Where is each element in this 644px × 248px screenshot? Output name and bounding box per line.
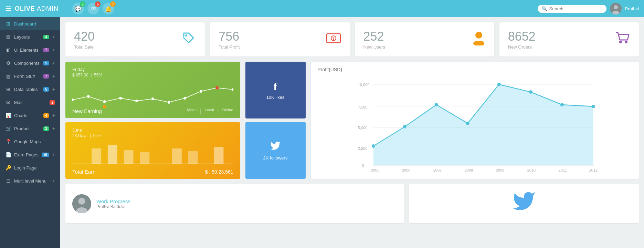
- avatar[interactable]: [610, 3, 622, 14]
- sidebar-item-label: Data Tables: [14, 87, 41, 92]
- svg-point-10: [625, 41, 627, 43]
- twitter-widget-card: [409, 184, 639, 223]
- svg-point-19: [200, 90, 202, 93]
- sidebar-item-label: Product: [14, 126, 41, 131]
- sidebar-item-label: Extra Pages: [14, 152, 39, 157]
- plus-icon[interactable]: +: [52, 178, 55, 184]
- new-users-value: 252: [363, 29, 386, 44]
- total-earn-title: Total Earn: [72, 169, 96, 175]
- twitter-card[interactable]: 2K followers: [245, 122, 306, 179]
- svg-point-12: [87, 95, 89, 98]
- local-link[interactable]: Local: [205, 108, 214, 114]
- svg-text:2008: 2008: [464, 168, 473, 172]
- mail-icon: ✉: [91, 6, 96, 12]
- topnav-left: ☰ OLIVE ADMIN 💬 6 ✉ 5 🔔 7: [5, 3, 114, 14]
- svg-text:2010: 2010: [527, 168, 535, 172]
- svg-text:$: $: [332, 37, 335, 40]
- svg-point-3: [185, 34, 187, 37]
- ui-elements-icon: ◧: [5, 47, 11, 53]
- mail-sidebar-icon: ✉: [5, 100, 11, 105]
- svg-point-45: [466, 122, 469, 125]
- sidebar-item-form-stuff[interactable]: ▤ Form Stuff 7 +: [0, 70, 60, 83]
- stat-card-total-sale: 420 Total Sale: [65, 22, 205, 56]
- new-orders-label: New Orders: [508, 44, 536, 50]
- sidebar-item-dashboard[interactable]: ⊞ Dashboard: [0, 17, 60, 30]
- svg-point-42: [371, 144, 375, 148]
- facebook-card[interactable]: f 10K likes: [245, 62, 306, 118]
- new-earning-card: Friday $ 657.00 | 55%: [65, 62, 240, 118]
- sidebar-item-google-maps[interactable]: 📍 Google Maps: [0, 135, 60, 148]
- bell-icon-btn[interactable]: 🔔 7: [103, 3, 114, 14]
- sidebar-item-product[interactable]: 🛒 Product 2 +: [0, 122, 60, 135]
- plus-icon[interactable]: +: [52, 60, 55, 66]
- plus-icon[interactable]: +: [52, 113, 55, 118]
- svg-point-20: [215, 86, 219, 90]
- svg-text:2012: 2012: [589, 168, 597, 172]
- hamburger-icon[interactable]: ☰: [5, 4, 11, 13]
- new-users-label: New Users: [363, 44, 386, 50]
- profit-chart-card: Profit(USD) 10,000 7,500 5,000 2,500 0: [311, 62, 639, 179]
- multilevel-icon: ☰: [5, 178, 11, 184]
- bell-icon: 🔔: [105, 6, 112, 12]
- svg-text:2006: 2006: [402, 168, 410, 172]
- sidebar-item-login-page[interactable]: 🔑 Login Page: [0, 161, 60, 174]
- sidebar-item-extra-pages[interactable]: 📄 Extra Pages 10 +: [0, 148, 60, 161]
- sidebar-item-label: Mail: [14, 100, 47, 105]
- mail-sidebar-badge: 2: [50, 100, 55, 105]
- svg-point-13: [103, 100, 106, 103]
- plus-icon[interactable]: +: [52, 126, 55, 131]
- cart-icon: [614, 31, 630, 48]
- product-badge: 2: [43, 126, 49, 131]
- plus-icon[interactable]: +: [52, 34, 55, 40]
- plus-icon[interactable]: +: [52, 152, 55, 157]
- search-input[interactable]: [549, 6, 602, 11]
- sidebar-item-charts[interactable]: 📊 Charts 4 +: [0, 109, 60, 122]
- sidebar-item-data-tables[interactable]: ⊞ Data Tables 5 +: [0, 83, 60, 96]
- svg-point-49: [591, 105, 595, 108]
- new-earning-title: New Earning: [72, 108, 102, 114]
- sidebar-item-mail[interactable]: ✉ Mail 2: [0, 96, 60, 109]
- middle-row: Friday $ 657.00 | 55%: [65, 62, 639, 179]
- svg-rect-24: [108, 145, 117, 164]
- svg-rect-23: [92, 148, 101, 164]
- menu-link[interactable]: Menu: [187, 108, 197, 114]
- svg-rect-26: [140, 152, 149, 164]
- sidebar-item-layouts[interactable]: ▤ Layouts 4 +: [0, 30, 60, 43]
- plus-icon[interactable]: +: [52, 86, 55, 92]
- svg-point-16: [151, 97, 154, 100]
- maps-icon: 📍: [5, 139, 11, 144]
- topnav-right: 🔍 Pruthvi: [538, 3, 639, 14]
- profit-chart-title: Profit(USD): [318, 67, 632, 72]
- search-box: 🔍: [538, 5, 606, 13]
- charts-badge: 4: [43, 113, 49, 118]
- layouts-badge: 4: [43, 35, 49, 39]
- stat-card-new-orders: 8652 New Orders: [499, 22, 639, 56]
- messages-icon-btn[interactable]: 💬 6: [72, 3, 84, 14]
- topnav: ☰ OLIVE ADMIN 💬 6 ✉ 5 🔔 7 🔍: [0, 0, 644, 17]
- sidebar-item-multi-level[interactable]: ☰ Multi level Menu +: [0, 174, 60, 187]
- svg-text:2011: 2011: [558, 168, 567, 172]
- login-icon: 🔑: [5, 165, 11, 170]
- plus-icon[interactable]: +: [52, 47, 55, 53]
- total-profit-label: Total Profit: [219, 44, 240, 50]
- main-content: 420 Total Sale 756 Total Profit: [60, 17, 644, 248]
- total-sale-label: Total Sale: [74, 44, 95, 50]
- svg-point-47: [529, 90, 532, 94]
- tag-icon: [181, 30, 196, 49]
- svg-point-18: [184, 97, 186, 100]
- new-earning-day: Friday: [72, 67, 233, 72]
- sidebar: ⊞ Dashboard ▤ Layouts 4 + ◧ UI Elements …: [0, 17, 60, 248]
- mail-icon-btn[interactable]: ✉ 5: [87, 3, 99, 14]
- svg-text:5,000: 5,000: [358, 126, 367, 130]
- sidebar-item-ui-elements[interactable]: ◧ UI Elements 7 +: [0, 43, 60, 56]
- svg-point-11: [72, 99, 74, 101]
- plus-icon[interactable]: +: [52, 73, 55, 79]
- money-icon: $: [326, 32, 341, 47]
- svg-point-17: [168, 101, 170, 104]
- sidebar-item-components[interactable]: ⚙ Components 5 +: [0, 56, 60, 70]
- online-link[interactable]: Online: [222, 108, 233, 114]
- total-earn-value: $ , 50,23,561: [205, 169, 233, 175]
- bell-badge: 7: [110, 1, 116, 7]
- sidebar-item-label: Multi level Menu: [14, 178, 49, 184]
- new-orders-value: 8652: [508, 29, 536, 44]
